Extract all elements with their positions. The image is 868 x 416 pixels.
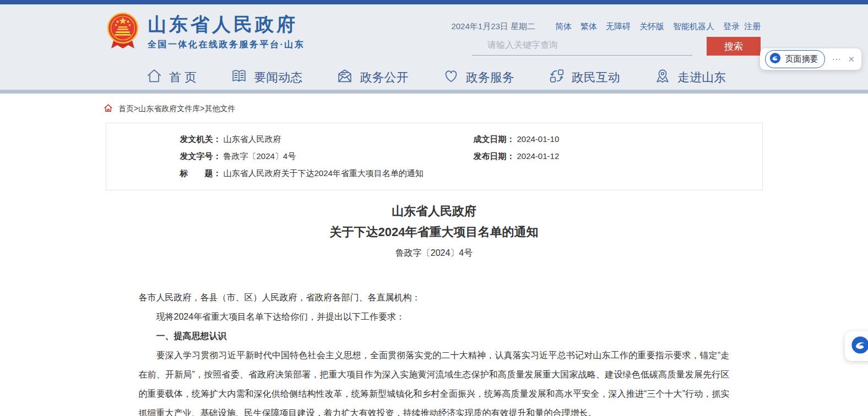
assistant-logo-icon <box>851 336 868 357</box>
document-meta-box: 发文机关： 山东省人民政府 成文日期： 2024-01-10 发文字号： 鲁政字… <box>106 123 763 190</box>
search-bar: 搜索 <box>472 37 761 56</box>
breadcrumb-item-home[interactable]: 首页 <box>118 104 134 113</box>
site-subtitle: 全国一体化在线政务服务平台·山东 <box>148 39 305 51</box>
document-title-line2: 关于下达2024年省重大项目名单的通知 <box>0 222 868 243</box>
link-elderly-mode[interactable]: 关怀版 <box>639 21 664 32</box>
nav-item-label: 走进山东 <box>677 69 726 86</box>
search-button[interactable]: 搜索 <box>707 37 761 56</box>
salutation-paragraph: 各市人民政府，各县（市、区）人民政府，省政府各部门、各直属机构： <box>139 288 730 307</box>
document-number: 鲁政字〔2024〕4号 <box>0 248 868 259</box>
breadcrumb-separator: > <box>134 104 138 113</box>
meta-row: 发文字号： 鲁政字〔2024〕4号 发布日期： 2024-01-12 <box>106 147 762 165</box>
interaction-arrows-icon <box>548 67 566 88</box>
nav-item-label: 政务服务 <box>466 69 514 86</box>
breadcrumb-item-library[interactable]: 山东省政府文件库 <box>138 104 200 113</box>
nav-item-label: 政民互动 <box>572 69 620 86</box>
meta-row: 标 题： 山东省人民政府关于下达2024年省重大项目名单的通知 <box>106 165 762 182</box>
search-input[interactable] <box>472 37 692 56</box>
link-simplified[interactable]: 简体 <box>555 21 572 32</box>
issuing-org-label: 发文机关： <box>180 130 221 147</box>
nav-item-news[interactable]: 要闻动态 <box>230 67 302 88</box>
breadcrumb-home-icon <box>104 103 113 114</box>
publish-date-label: 发布日期： <box>474 147 515 165</box>
page-summary-label: 页面摘要 <box>785 54 818 64</box>
home-icon <box>145 67 163 88</box>
doc-title-label: 标 题： <box>180 165 221 182</box>
page-summary-widget: 页面摘要 ⋯ ✕ <box>760 48 861 70</box>
nav-item-label: 政务公开 <box>360 69 408 86</box>
nav-item-label: 要闻动态 <box>254 69 302 86</box>
breadcrumb-item-other[interactable]: 其他文件 <box>204 104 235 113</box>
publish-date-value: 2024-01-12 <box>517 147 560 165</box>
document-title-line1: 山东省人民政府 <box>0 201 868 222</box>
assistant-logo-icon <box>769 52 781 66</box>
written-date-value: 2024-01-10 <box>517 130 560 147</box>
intro-paragraph: 现将2024年省重大项目名单下达给你们，并提出以下工作要求： <box>139 307 730 326</box>
site-brand[interactable]: 山东省人民政府 全国一体化在线政务服务平台·山东 <box>107 12 305 52</box>
nav-item-label: 首 页 <box>169 69 197 86</box>
header-divider-band <box>0 90 868 94</box>
nav-item-disclosure[interactable]: 政务公开 <box>336 67 408 88</box>
doc-number-value: 鲁政字〔2024〕4号 <box>224 147 296 165</box>
page-summary-button[interactable]: 页面摘要 <box>765 50 825 68</box>
document-body: 各市人民政府，各县（市、区）人民政府，省政府各部门、各直属机构： 现将2024年… <box>139 288 730 416</box>
map-pin-icon <box>654 67 671 88</box>
section-1-paragraph: 要深入学习贯彻习近平新时代中国特色社会主义思想，全面贯彻落实党的二十大精神，认真… <box>139 346 730 416</box>
breadcrumb: 首页>山东省政府文件库>其他文件 <box>104 103 868 114</box>
side-assistant-button[interactable] <box>845 331 868 361</box>
issuing-org-value: 山东省人民政府 <box>224 130 281 147</box>
top-strip <box>0 0 868 4</box>
nav-item-services[interactable]: 政务服务 <box>442 67 514 88</box>
site-title: 山东省人民政府 <box>148 13 305 35</box>
document-title: 山东省人民政府 关于下达2024年省重大项目名单的通知 <box>0 201 868 243</box>
nav-item-home[interactable]: 首 页 <box>145 67 197 88</box>
close-icon[interactable]: ✕ <box>848 55 855 63</box>
date-text: 2024年1月23日 星期二 <box>451 21 535 32</box>
link-smart-robot[interactable]: 智能机器人 <box>673 21 714 32</box>
main-nav: 首 页 要闻动态 政务公开 <box>145 65 726 90</box>
heart-icon <box>442 67 460 88</box>
link-register[interactable]: 注册 <box>744 21 761 32</box>
news-book-icon <box>230 67 248 88</box>
nav-item-about[interactable]: 走进山东 <box>654 67 726 88</box>
link-accessibility[interactable]: 无障碍 <box>606 21 631 32</box>
doc-number-label: 发文字号： <box>180 147 221 165</box>
nav-item-interaction[interactable]: 政民互动 <box>548 67 620 88</box>
national-emblem-logo <box>107 12 139 52</box>
link-login[interactable]: 登录 <box>723 21 740 32</box>
more-options-icon[interactable]: ⋯ <box>832 55 841 64</box>
link-traditional[interactable]: 繁体 <box>581 21 597 32</box>
mail-icon <box>336 67 354 88</box>
site-header: 山东省人民政府 全国一体化在线政务服务平台·山东 2024年1月23日 星期二 … <box>0 4 868 90</box>
header-utility-row: 2024年1月23日 星期二 简体 繁体 无障碍 关怀版 智能机器人 登录 注册 <box>451 21 761 32</box>
meta-row: 发文机关： 山东省人民政府 成文日期： 2024-01-10 <box>106 130 762 147</box>
section-1-heading: 一、提高思想认识 <box>139 326 730 346</box>
written-date-label: 成文日期： <box>474 130 515 147</box>
doc-title-value: 山东省人民政府关于下达2024年省重大项目名单的通知 <box>224 165 424 182</box>
